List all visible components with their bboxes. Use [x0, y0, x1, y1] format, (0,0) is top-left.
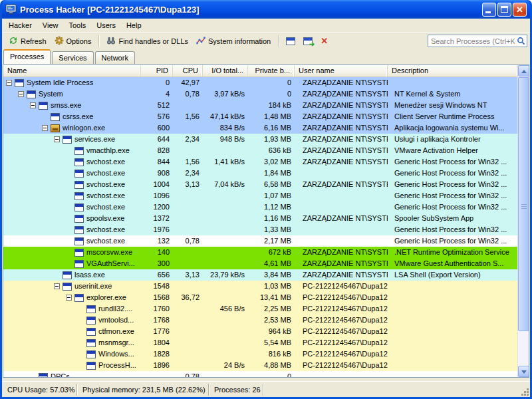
table-row[interactable]: DPCs0,780: [3, 371, 517, 377]
cell-private-bytes: 816 kB: [248, 348, 295, 360]
tab-network[interactable]: Network: [95, 51, 135, 64]
tab-services[interactable]: Services: [52, 51, 93, 64]
cell-user-name: ZARZĄDZANIE NT\SYSTEM: [295, 88, 388, 100]
table-row[interactable]: svchost.exe10043,137,04 kB/s6,58 MBZARZĄ…: [3, 179, 517, 190]
table-row[interactable]: ctfmon.exe1776964 kBPC-21221245467\Dupa1…: [3, 326, 517, 337]
process-window-icon: [74, 237, 84, 245]
process-name: svchost.exe: [86, 235, 125, 247]
cell-description: Generic Host Process for Win32 ...: [388, 190, 517, 201]
maximize-icon: [501, 6, 508, 13]
table-row[interactable]: svchost.exe19761,33 MBGeneric Host Proce…: [3, 224, 517, 235]
column-header-cpu[interactable]: CPU: [173, 65, 203, 76]
cell-name: msnmsgr...: [3, 337, 141, 348]
maximize-button[interactable]: [497, 3, 511, 17]
table-row[interactable]: vmtoolsd...17682,53 MBPC-21221245467\Dup…: [3, 315, 517, 326]
cell-name: svchost.exe: [3, 235, 141, 247]
cell-private-bytes: 0: [248, 371, 295, 377]
inject-dll-button[interactable]: [299, 35, 317, 47]
table-row[interactable]: svchost.exe10961,07 MBGeneric Host Proce…: [3, 190, 517, 201]
collapse-expander[interactable]: [30, 102, 36, 108]
process-window-icon: [74, 215, 84, 223]
cell-io-total: [203, 77, 248, 88]
cell-user-name: ZARZĄDZANIE NT\SYSTEM: [295, 111, 388, 122]
column-header-i-o-total-[interactable]: I/O total...: [203, 65, 248, 76]
table-row[interactable]: lsass.exe6563,1323,79 kB/s3,84 MBZARZĄDZ…: [3, 269, 517, 281]
cell-name: System Idle Process: [3, 77, 141, 88]
minimize-button[interactable]: [482, 3, 496, 17]
table-row[interactable]: VGAuthServi...3004,61 MBZARZĄDZANIE NT\S…: [3, 258, 517, 269]
cell-pid: [141, 371, 173, 377]
cell-user-name: [295, 235, 388, 247]
cell-pid: 828: [141, 145, 173, 156]
search-input[interactable]: [428, 35, 527, 47]
table-row[interactable]: vmacthlp.exe828636 kBZARZĄDZANIE NT\SYST…: [3, 145, 517, 156]
process-window-icon: [86, 362, 96, 370]
collapse-expander[interactable]: [18, 91, 24, 97]
terminate-button[interactable]: ✕: [317, 35, 332, 48]
cell-name: Windows...: [3, 348, 141, 360]
table-row[interactable]: svchost.exe9082,341,84 MBGeneric Host Pr…: [3, 168, 517, 179]
cell-pid: 1548: [141, 281, 173, 292]
options-button[interactable]: Options: [51, 34, 96, 49]
table-row[interactable]: System Idle Process042,970ZARZĄDZANIE NT…: [3, 77, 517, 88]
column-header-name[interactable]: Name: [3, 65, 141, 76]
cell-pid: 1096: [141, 190, 173, 201]
refresh-button[interactable]: Refresh: [5, 34, 51, 49]
table-row[interactable]: rundll32....1760456 B/s2,25 MBPC-2122124…: [3, 303, 517, 315]
collapse-expander[interactable]: [54, 283, 60, 289]
scroll-down-button[interactable]: [518, 366, 529, 377]
table-row[interactable]: mscorsvw.exe140672 kBZARZĄDZANIE NT\SYST…: [3, 247, 517, 258]
cell-io-total: 948 B/s: [203, 134, 248, 145]
system-information-button[interactable]: System information: [192, 34, 275, 49]
menu-help[interactable]: Help: [121, 20, 147, 31]
table-row[interactable]: ProcessH...189624 B/s4,88 MBPC-212212454…: [3, 360, 517, 371]
cell-pid: 1976: [141, 224, 173, 235]
scroll-thumb[interactable]: [518, 77, 529, 331]
cell-description: Spooler SubSystem App: [388, 213, 517, 224]
process-name: userinit.exe: [74, 281, 112, 292]
cell-cpu: 1,56: [173, 111, 203, 122]
cell-pid: 1776: [141, 326, 173, 337]
menu-hacker[interactable]: Hacker: [3, 20, 37, 31]
collapse-expander[interactable]: [42, 125, 48, 131]
table-row[interactable]: csrss.exe5761,5647,14 kB/s1,48 MBZARZĄDZ…: [3, 111, 517, 122]
collapse-expander[interactable]: [6, 80, 12, 86]
table-row[interactable]: svchost.exe12001,12 MBGeneric Host Proce…: [3, 201, 517, 213]
table-row[interactable]: svchost.exe8441,561,41 kB/s3,02 MBZARZĄD…: [3, 156, 517, 168]
new-window-button[interactable]: [282, 35, 299, 47]
cell-name: ProcessH...: [3, 360, 141, 371]
close-button[interactable]: ✕: [513, 3, 527, 17]
column-header-private-b-[interactable]: Private b...: [248, 65, 295, 76]
table-row[interactable]: Windows...1828816 kBPC-21221245467\Dupa1…: [3, 348, 517, 360]
cell-private-bytes: 4,61 MB: [248, 258, 295, 269]
table-row[interactable]: msnmsgr...18045,54 MBPC-21221245467\Dupa…: [3, 337, 517, 348]
cell-description: [388, 303, 517, 315]
menu-view[interactable]: View: [37, 20, 64, 31]
table-row[interactable]: System40,783,97 kB/s0ZARZĄDZANIE NT\SYST…: [3, 88, 517, 100]
column-header-pid[interactable]: PID: [141, 65, 173, 76]
menu-tools[interactable]: Tools: [64, 20, 92, 31]
table-row[interactable]: smss.exe512184 kBZARZĄDZANIE NT\SYSTEMMe…: [3, 100, 517, 111]
table-row[interactable]: services.exe6442,34948 B/s1,93 MBZARZĄDZ…: [3, 134, 517, 145]
cell-pid: 132: [141, 235, 173, 247]
table-row[interactable]: svchost.exe1320,782,17 MBGeneric Host Pr…: [3, 235, 517, 247]
cell-cpu: [173, 100, 203, 111]
cell-name: VGAuthServi...: [3, 258, 141, 269]
status-process-count: Processes: 26: [209, 384, 263, 396]
resize-grip[interactable]: [527, 394, 529, 396]
window-icon: [286, 37, 295, 45]
vertical-scrollbar[interactable]: [517, 65, 529, 377]
table-row[interactable]: spoolsv.exe13721,16 MBZARZĄDZANIE NT\SYS…: [3, 213, 517, 224]
tab-processes[interactable]: Processes: [3, 49, 51, 64]
find-handles-button[interactable]: Find handles or DLLs: [102, 34, 192, 49]
collapse-expander[interactable]: [54, 136, 60, 142]
menu-users[interactable]: Users: [91, 20, 121, 31]
cell-io-total: [203, 281, 248, 292]
table-row[interactable]: explorer.exe156836,7213,41 MBPC-21221245…: [3, 292, 517, 303]
column-header-user-name[interactable]: User name: [295, 65, 388, 76]
scroll-up-button[interactable]: [518, 65, 529, 76]
column-header-description[interactable]: Description: [388, 65, 517, 76]
table-row[interactable]: winlogon.exe600834 B/s6,16 MBZARZĄDZANIE…: [3, 122, 517, 134]
table-row[interactable]: userinit.exe15481,03 MBPC-21221245467\Du…: [3, 281, 517, 292]
collapse-expander[interactable]: [66, 295, 72, 301]
